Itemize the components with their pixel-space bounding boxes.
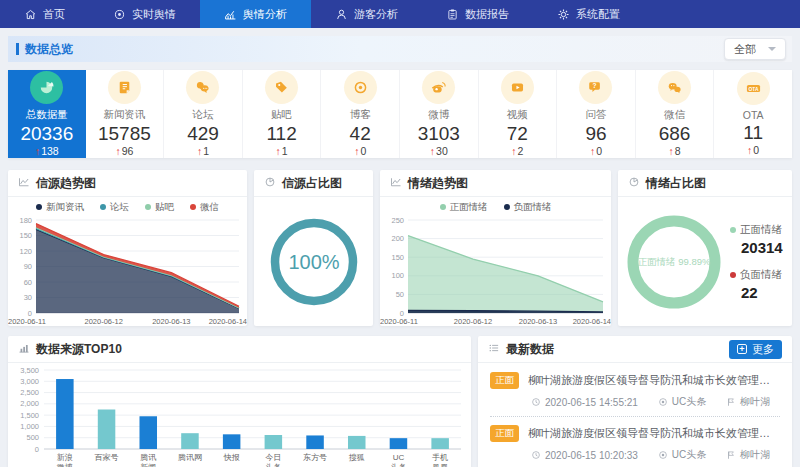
stat-value: 20336 bbox=[20, 123, 73, 145]
up-arrow-icon: ↑ bbox=[590, 145, 595, 157]
piechart-icon bbox=[264, 174, 276, 192]
stat-card-4[interactable]: 贴吧 112 ↑1 bbox=[243, 70, 322, 158]
report-icon bbox=[446, 8, 459, 21]
nav-item-1[interactable]: 首页 bbox=[0, 0, 89, 28]
pie-icon bbox=[30, 71, 63, 104]
stat-card-5[interactable]: 博客 42 ↑0 bbox=[321, 70, 400, 158]
svg-text:2020-06-11: 2020-06-11 bbox=[380, 317, 418, 326]
page-title: 数据总览 bbox=[25, 41, 73, 58]
svg-text:?: ? bbox=[593, 83, 597, 90]
ota-icon: OTA bbox=[737, 72, 770, 105]
stat-label: 博客 bbox=[350, 108, 371, 122]
list-icon bbox=[488, 340, 500, 358]
legend-item[interactable]: 微信 bbox=[190, 201, 219, 214]
svg-text:2020-06-14: 2020-06-14 bbox=[209, 317, 247, 326]
latest-item-2[interactable]: 正面 柳叶湖旅游度假区领导督导防汛和城市长效管理工作 2020-06-15 10… bbox=[490, 417, 780, 467]
svg-text:150: 150 bbox=[391, 253, 404, 262]
sentiment-share-body: 正面情绪 99.89% 正面情绪20314负面情绪22 bbox=[618, 197, 792, 326]
stat-card-2[interactable]: 新闻资讯 15785 ↑96 bbox=[86, 70, 165, 158]
nav-item-3[interactable]: 舆情分析 bbox=[200, 0, 311, 28]
stat-card-3[interactable]: 论坛 429 ↑1 bbox=[164, 70, 243, 158]
top-navbar: 首页实时舆情舆情分析游客分析数据报告系统配置 bbox=[0, 0, 800, 28]
nav-item-6[interactable]: 系统配置 bbox=[533, 0, 644, 28]
nav-item-2[interactable]: 实时舆情 bbox=[89, 0, 200, 28]
nav-item-label: 系统配置 bbox=[576, 7, 620, 22]
svg-text:3,000: 3,000 bbox=[20, 377, 39, 386]
stat-card-10[interactable]: OTA OTA 11 ↑0 bbox=[714, 70, 792, 158]
site-icon bbox=[726, 450, 740, 460]
up-arrow-icon: ↑ bbox=[115, 145, 120, 157]
svg-text:凤凰: 凤凰 bbox=[432, 463, 448, 467]
sentiment-badge: 正面 bbox=[490, 425, 519, 442]
svg-text:1,000: 1,000 bbox=[20, 422, 39, 431]
panel-source-share-header: 信源占比图 bbox=[254, 170, 373, 197]
up-arrow-icon: ↑ bbox=[354, 145, 359, 157]
chevron-down-icon bbox=[768, 47, 776, 55]
sentiment-share-donut: 正面情绪 99.89% bbox=[618, 210, 730, 314]
panel-sentiment-share-header: 情绪占比图 bbox=[618, 170, 792, 197]
panel-latest-header: 最新数据 + 更多 bbox=[478, 336, 792, 363]
stat-value: 429 bbox=[187, 123, 219, 145]
stat-value: 15785 bbox=[98, 123, 151, 145]
nav-item-label: 实时舆情 bbox=[132, 7, 176, 22]
main-content: 数据总览 全部 总数据量 20336 ↑138 新闻资讯 15785 ↑96 论… bbox=[0, 28, 800, 467]
weibo-icon bbox=[422, 71, 455, 104]
section-header: 数据总览 全部 bbox=[8, 36, 792, 62]
source-icon bbox=[658, 450, 672, 460]
legend-item[interactable]: 新闻资讯 bbox=[36, 201, 84, 214]
latest-item-1[interactable]: 正面 柳叶湖旅游度假区领导督导防汛和城市长效管理工作 2020-06-15 14… bbox=[490, 364, 780, 417]
stat-label: 视频 bbox=[507, 108, 528, 122]
sentiment-legend-item: 负面情绪22 bbox=[730, 268, 786, 301]
panel-sentiment-share-title: 情绪占比图 bbox=[646, 175, 706, 192]
more-button[interactable]: + 更多 bbox=[729, 340, 782, 359]
trend-icon bbox=[224, 8, 237, 21]
charts-row: 信源趋势图 新闻资讯论坛贴吧微信 03060901201501802020-06… bbox=[8, 170, 792, 326]
stat-delta: ↑96 bbox=[115, 145, 133, 157]
svg-text:UC: UC bbox=[393, 453, 405, 462]
stat-card-7[interactable]: 视频 72 ↑2 bbox=[479, 70, 558, 158]
svg-text:腾讯: 腾讯 bbox=[140, 453, 156, 462]
svg-text:3,500: 3,500 bbox=[20, 366, 39, 375]
stat-label: 总数据量 bbox=[26, 108, 68, 122]
tag-icon bbox=[265, 71, 298, 104]
latest-item-time: 2020-06-15 14:55:21 bbox=[531, 397, 638, 408]
sentiment-trend-legend: 正面情绪负面情绪 bbox=[380, 197, 611, 215]
latest-item-title: 柳叶湖旅游度假区领导督导防汛和城市长效管理工作 bbox=[528, 426, 780, 441]
nav-item-label: 数据报告 bbox=[465, 7, 509, 22]
stat-card-9[interactable]: 微信 686 ↑8 bbox=[636, 70, 715, 158]
legend-item[interactable]: 论坛 bbox=[100, 201, 129, 214]
stat-delta: ↑8 bbox=[669, 145, 681, 157]
legend-item[interactable]: 负面情绪 bbox=[504, 201, 552, 214]
scope-filter-dropdown[interactable]: 全部 bbox=[724, 38, 786, 60]
panel-latest-title: 最新数据 bbox=[506, 341, 554, 358]
panel-source-trend-header: 信源趋势图 bbox=[8, 170, 247, 197]
linechart-icon bbox=[18, 174, 30, 192]
legend-item[interactable]: 正面情绪 bbox=[440, 201, 488, 214]
svg-text:2,500: 2,500 bbox=[20, 388, 39, 397]
linechart-icon bbox=[390, 174, 402, 192]
panel-sentiment-trend-header: 情绪趋势图 bbox=[380, 170, 611, 197]
nav-item-4[interactable]: 游客分析 bbox=[311, 0, 422, 28]
legend-item[interactable]: 贴吧 bbox=[145, 201, 174, 214]
latest-data-list: 正面 柳叶湖旅游度假区领导督导防汛和城市长效管理工作 2020-06-15 14… bbox=[478, 363, 792, 467]
svg-text:正面情绪 99.89%: 正面情绪 99.89% bbox=[638, 256, 711, 267]
svg-text:100%: 100% bbox=[288, 251, 339, 273]
stat-delta: ↑0 bbox=[747, 144, 759, 156]
forum-icon bbox=[186, 71, 219, 104]
stat-label: 论坛 bbox=[192, 108, 213, 122]
nav-item-5[interactable]: 数据报告 bbox=[422, 0, 533, 28]
stat-card-8[interactable]: ? 问答 96 ↑0 bbox=[557, 70, 636, 158]
stat-card-1[interactable]: 总数据量 20336 ↑138 bbox=[8, 70, 86, 158]
stat-value: 11 bbox=[743, 122, 763, 144]
stat-value: 112 bbox=[266, 123, 296, 145]
stat-label: 新闻资讯 bbox=[103, 108, 145, 122]
stat-delta: ↑0 bbox=[590, 145, 602, 157]
svg-text:0: 0 bbox=[35, 445, 39, 454]
svg-text:2020-06-12: 2020-06-12 bbox=[84, 317, 122, 326]
sentiment-share-legend: 正面情绪20314负面情绪22 bbox=[730, 223, 792, 301]
stat-delta: ↑1 bbox=[197, 145, 209, 157]
stat-card-6[interactable]: 微博 3103 ↑30 bbox=[400, 70, 479, 158]
stat-label: OTA bbox=[743, 109, 764, 121]
panel-top10-header: 数据来源TOP10 bbox=[8, 336, 471, 363]
svg-text:OTA: OTA bbox=[748, 87, 758, 92]
